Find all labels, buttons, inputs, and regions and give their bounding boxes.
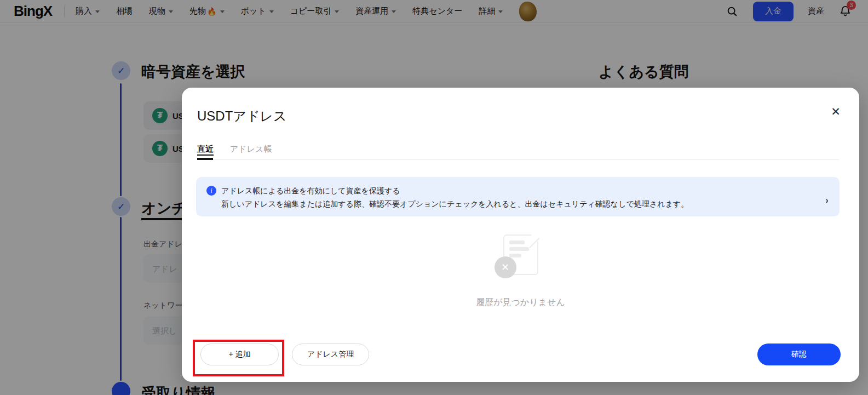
tab-address-book[interactable]: アドレス帳 (230, 144, 272, 154)
tab-divider (197, 159, 840, 160)
empty-text: 履歴が見つかりません (182, 297, 859, 308)
empty-document-icon: ✕ (503, 234, 538, 275)
info-icon: i (206, 186, 216, 196)
active-tab-indicator (197, 158, 213, 160)
banner-line2: 新しいアドレスを編集または追加する際、確認不要オプションにチェックを入れると、出… (221, 197, 688, 210)
chevron-right-icon: › (826, 195, 829, 206)
add-address-button[interactable]: + 追加 (200, 344, 279, 365)
empty-state: ✕ 履歴が見つかりません (182, 234, 859, 308)
usdt-address-modal: ✕ USDTアドレス 直近 アドレス帳 i アドレス帳による出金を有効にして資産… (182, 88, 859, 382)
close-icon[interactable]: ✕ (828, 104, 843, 119)
address-book-info-banner[interactable]: i アドレス帳による出金を有効にして資産を保護する 新しいアドレスを編集または追… (196, 177, 840, 216)
tab-recent[interactable]: 直近 (197, 144, 214, 154)
modal-title: USDTアドレス (197, 107, 287, 125)
x-circle-icon: ✕ (495, 256, 516, 278)
manage-addresses-button[interactable]: アドレス管理 (292, 344, 369, 365)
banner-line1: アドレス帳による出金を有効にして資産を保護する (221, 184, 688, 197)
banner-text: アドレス帳による出金を有効にして資産を保護する 新しいアドレスを編集または追加す… (221, 184, 688, 210)
confirm-button[interactable]: 確認 (757, 344, 841, 365)
